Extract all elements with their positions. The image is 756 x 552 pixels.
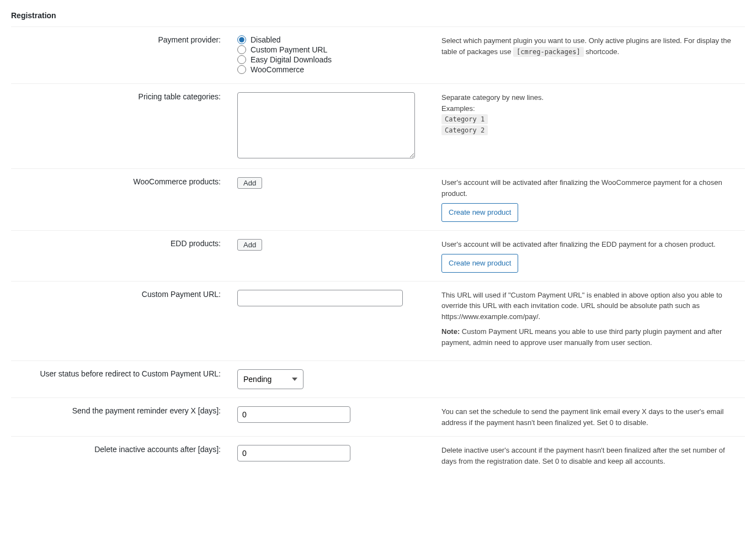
custom-url-input[interactable] <box>237 290 403 306</box>
pricing-categories-desc: Separate category by new lines. <box>441 92 739 103</box>
pricing-categories-label: Pricing table categories: <box>11 84 226 169</box>
note-bold: Note: <box>441 327 460 336</box>
radio-option-edd[interactable]: Easy Digital Downloads <box>237 55 425 64</box>
custom-url-note: Note: Custom Payment URL means you able … <box>441 326 739 348</box>
delete-inactive-days-input[interactable] <box>237 445 350 461</box>
create-edd-product-button[interactable]: Create new product <box>441 254 518 273</box>
add-woo-product-button[interactable]: Add <box>237 177 262 189</box>
radio-option-woo[interactable]: WooCommerce <box>237 65 425 74</box>
reminder-days-input[interactable] <box>237 406 350 423</box>
section-title: Registration <box>11 11 745 24</box>
radio-label: WooCommerce <box>251 65 304 74</box>
woo-products-desc: User's account will be activated after f… <box>441 177 739 199</box>
reminder-label: Send the payment reminder every X [days]… <box>11 398 226 437</box>
payment-provider-desc-tail: shortcode. <box>584 47 619 56</box>
radio-custom[interactable] <box>237 45 246 54</box>
note-text: Custom Payment URL means you able to use… <box>441 327 722 347</box>
create-woo-product-button[interactable]: Create new product <box>441 203 518 222</box>
user-status-label: User status before redirect to Custom Pa… <box>11 361 226 398</box>
example-category-1: Category 1 <box>441 114 488 124</box>
radio-disabled[interactable] <box>237 35 246 44</box>
radio-edd[interactable] <box>237 55 246 64</box>
radio-option-custom[interactable]: Custom Payment URL <box>237 45 425 54</box>
pricing-categories-textarea[interactable] <box>237 92 415 158</box>
radio-woo[interactable] <box>237 65 246 74</box>
example-category-2: Category 2 <box>441 125 488 135</box>
user-status-select[interactable]: Pending <box>237 369 304 389</box>
edd-products-label: EDD products: <box>11 230 226 281</box>
examples-label: Examples: <box>441 103 739 114</box>
custom-url-desc: This URL will used if "Custom Payment UR… <box>441 290 739 322</box>
reminder-desc: You can set the schedule to send the pay… <box>430 398 745 437</box>
payment-provider-radio-group: Disabled Custom Payment URL Easy Digital… <box>237 35 425 74</box>
delete-inactive-label: Delete inactive accounts after [days]: <box>11 437 226 475</box>
custom-url-label: Custom Payment URL: <box>11 281 226 361</box>
radio-label: Custom Payment URL <box>251 45 327 54</box>
radio-option-disabled[interactable]: Disabled <box>237 35 425 44</box>
add-edd-product-button[interactable]: Add <box>237 239 262 251</box>
payment-provider-label: Payment provider: <box>11 27 226 84</box>
radio-label: Disabled <box>251 35 280 44</box>
woo-products-label: WooCommerce products: <box>11 169 226 231</box>
delete-inactive-desc: Delete inactive user's account if the pa… <box>430 437 745 475</box>
radio-label: Easy Digital Downloads <box>251 55 332 64</box>
shortcode-cmreg-packages: [cmreg-packages] <box>513 47 584 57</box>
edd-products-desc: User's account will be activated after f… <box>441 239 739 250</box>
